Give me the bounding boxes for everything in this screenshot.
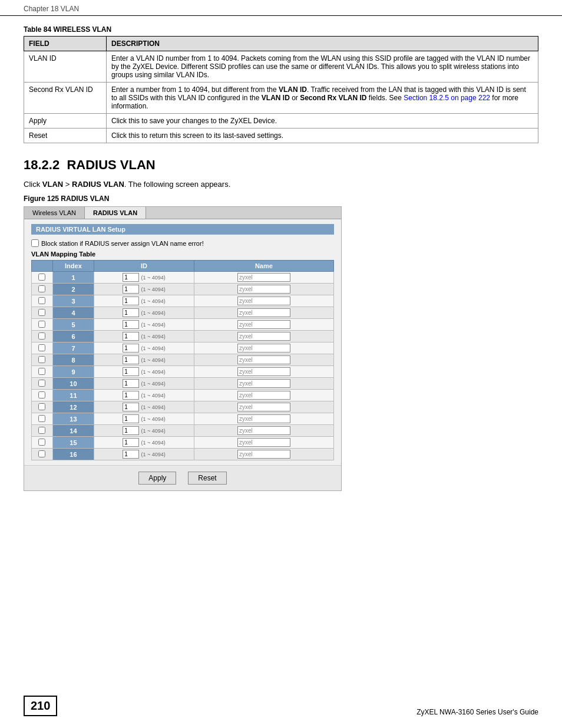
row-id-input[interactable] — [123, 273, 139, 282]
row-checkbox-cell[interactable] — [32, 437, 53, 449]
row-id-input[interactable] — [123, 367, 139, 376]
row-name-input[interactable] — [237, 450, 290, 459]
section-number: 18.2.2 — [24, 157, 59, 172]
section-intro: Click VLAN > RADIUS VLAN. The following … — [24, 180, 538, 189]
row-checkbox[interactable] — [38, 368, 45, 375]
row-name-input[interactable] — [237, 367, 290, 376]
row-id-input[interactable] — [123, 426, 139, 435]
row-checkbox[interactable] — [38, 321, 45, 328]
vlan-table-row: 7 (1 ~ 4094) — [32, 342, 334, 354]
row-id-input[interactable] — [123, 438, 139, 447]
row-name-input[interactable] — [237, 332, 290, 341]
desc-apply: Click this to save your changes to the Z… — [107, 114, 538, 129]
row-id-input[interactable] — [123, 355, 139, 364]
row-checkbox-cell[interactable] — [32, 272, 53, 284]
row-id-input[interactable] — [123, 450, 139, 459]
row-id-input[interactable] — [123, 285, 139, 294]
row-checkbox[interactable] — [38, 344, 45, 351]
vlan-table-row: 4 (1 ~ 4094) — [32, 307, 334, 319]
col-id: ID — [94, 261, 194, 272]
row-id-cell: (1 ~ 4094) — [94, 437, 194, 449]
row-name-input[interactable] — [237, 355, 290, 364]
row-checkbox-cell[interactable] — [32, 307, 53, 319]
row-name-input[interactable] — [237, 414, 290, 423]
row-name-input[interactable] — [237, 438, 290, 447]
desc-second-rx: Enter a number from 1 to 4094, but diffe… — [107, 83, 538, 114]
row-name-input[interactable] — [237, 344, 290, 353]
field-second-rx: Second Rx VLAN ID — [24, 83, 107, 114]
row-checkbox[interactable] — [38, 415, 45, 422]
row-checkbox-cell[interactable] — [32, 378, 53, 390]
row-checkbox-cell[interactable] — [32, 331, 53, 342]
row-name-input[interactable] — [237, 308, 290, 317]
page-number: 210 — [24, 696, 57, 716]
row-checkbox-cell[interactable] — [32, 284, 53, 295]
range-hint: (1 ~ 4094) — [141, 404, 165, 410]
row-name-input[interactable] — [237, 273, 290, 282]
row-id-input[interactable] — [123, 320, 139, 329]
reset-button[interactable]: Reset — [188, 472, 226, 485]
row-checkbox[interactable] — [38, 309, 45, 316]
row-index: 3 — [52, 295, 94, 307]
row-id-cell: (1 ~ 4094) — [94, 378, 194, 390]
row-checkbox[interactable] — [38, 285, 45, 292]
row-checkbox[interactable] — [38, 439, 45, 446]
row-name-cell — [194, 331, 333, 342]
row-checkbox[interactable] — [38, 356, 45, 363]
row-id-input[interactable] — [123, 379, 139, 388]
chapter-title: Chapter 18 VLAN — [24, 5, 79, 13]
row-name-cell — [194, 342, 333, 354]
row-checkbox-cell[interactable] — [32, 413, 53, 425]
block-station-label: Block station if RADIUS server assign VL… — [41, 240, 204, 247]
row-checkbox[interactable] — [38, 380, 45, 387]
field-apply: Apply — [24, 114, 107, 129]
row-name-input[interactable] — [237, 379, 290, 388]
main-content: Table 84 WIRELESS VLAN FIELD DESCRIPTION… — [0, 16, 562, 515]
page-header: Chapter 18 VLAN — [0, 0, 562, 16]
row-name-input[interactable] — [237, 297, 290, 305]
row-id-input[interactable] — [123, 391, 139, 400]
row-name-input[interactable] — [237, 403, 290, 411]
row-id-input[interactable] — [123, 414, 139, 423]
row-checkbox[interactable] — [38, 332, 45, 340]
wireless-vlan-table: FIELD DESCRIPTION VLAN ID Enter a VLAN I… — [24, 36, 538, 143]
row-id-input[interactable] — [123, 344, 139, 353]
row-id-input[interactable] — [123, 332, 139, 341]
row-checkbox-cell[interactable] — [32, 342, 53, 354]
vlan-table-row: 9 (1 ~ 4094) — [32, 366, 334, 378]
row-name-input[interactable] — [237, 320, 290, 329]
row-checkbox[interactable] — [38, 297, 45, 304]
row-id-cell: (1 ~ 4094) — [94, 284, 194, 295]
vlan-table-row: 1 (1 ~ 4094) — [32, 272, 334, 284]
row-id-input[interactable] — [123, 308, 139, 317]
row-id-input[interactable] — [123, 403, 139, 411]
tab-radius-vlan[interactable]: RADIUS VLAN — [85, 207, 146, 219]
row-checkbox[interactable] — [38, 427, 45, 434]
row-checkbox-cell[interactable] — [32, 319, 53, 331]
row-checkbox-cell[interactable] — [32, 449, 53, 460]
row-checkbox-cell[interactable] — [32, 354, 53, 366]
row-checkbox-cell[interactable] — [32, 366, 53, 378]
row-checkbox[interactable] — [38, 450, 45, 457]
row-checkbox[interactable] — [38, 391, 45, 398]
row-index: 1 — [52, 272, 94, 284]
row-checkbox-cell[interactable] — [32, 295, 53, 307]
mapping-table-label: VLAN Mapping Table — [31, 251, 334, 258]
row-name-input[interactable] — [237, 391, 290, 400]
row-checkbox[interactable] — [38, 403, 45, 410]
apply-button[interactable]: Apply — [138, 472, 176, 485]
row-checkbox[interactable] — [38, 274, 45, 281]
row-checkbox-cell[interactable] — [32, 401, 53, 413]
row-id-input[interactable] — [123, 297, 139, 305]
vlan-table-row: 10 (1 ~ 4094) — [32, 378, 334, 390]
tab-wireless-vlan[interactable]: Wireless VLAN — [24, 207, 85, 219]
row-checkbox-cell[interactable] — [32, 425, 53, 437]
row-id-cell: (1 ~ 4094) — [94, 401, 194, 413]
row-checkbox-cell[interactable] — [32, 390, 53, 401]
row-name-input[interactable] — [237, 426, 290, 435]
row-name-cell — [194, 378, 333, 390]
block-station-checkbox[interactable] — [31, 239, 39, 247]
row-name-input[interactable] — [237, 285, 290, 294]
panel-content: RADIUS VIRTUAL LAN Setup Block station i… — [24, 219, 341, 465]
vlan-table-row: 13 (1 ~ 4094) — [32, 413, 334, 425]
